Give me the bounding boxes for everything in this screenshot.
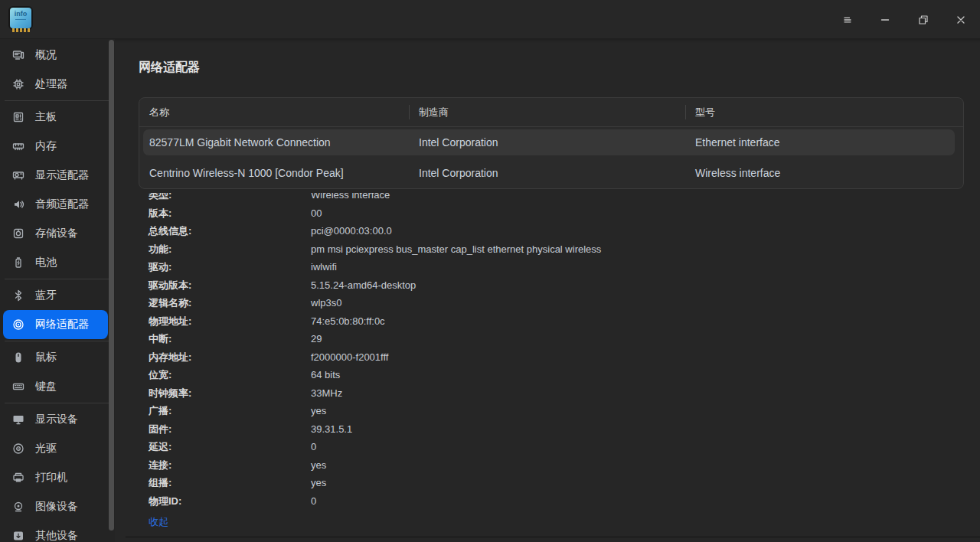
- sidebar-item-image-device[interactable]: 图像设备: [3, 492, 108, 521]
- device-table: 名称制造商型号 82577LM Gigabit Network Connecti…: [139, 97, 964, 189]
- detail-label: 连接:: [149, 456, 311, 475]
- sidebar-item-audio-adapter[interactable]: 音频适配器: [3, 190, 108, 219]
- detail-value: Wireless interface: [311, 193, 390, 204]
- detail-row: 总线信息: pci@0000:03:00.0: [139, 222, 964, 240]
- close-button[interactable]: [951, 10, 971, 30]
- sidebar-item-other-devices[interactable]: 其他设备: [3, 521, 108, 542]
- table-body: 82577LM Gigabit Network Connection Intel…: [139, 127, 963, 188]
- sidebar-item-mouse[interactable]: 鼠标: [3, 343, 108, 372]
- battery-icon: [12, 256, 24, 269]
- sidebar-item-bluetooth[interactable]: 蓝牙: [3, 281, 108, 310]
- detail-row: 中断: 29: [139, 330, 964, 348]
- sidebar-item-optical-drive[interactable]: 光驱: [3, 434, 108, 463]
- app-icon-label: info: [10, 10, 31, 18]
- detail-value: 00: [311, 204, 322, 223]
- sidebar-item-label: 其他设备: [35, 529, 78, 542]
- table-row[interactable]: 82577LM Gigabit Network Connection Intel…: [139, 127, 963, 158]
- overview-icon: [12, 49, 24, 61]
- sidebar-scrollbar[interactable]: [109, 40, 114, 531]
- sidebar-item-battery[interactable]: 电池: [3, 248, 108, 277]
- detail-row: 广播: yes: [139, 402, 964, 420]
- sidebar-item-label: 网络适配器: [35, 318, 89, 331]
- detail-label: 类型:: [149, 193, 311, 204]
- keyboard-icon: [12, 380, 24, 393]
- cpu-icon: [12, 78, 24, 90]
- sidebar-item-network-adapter[interactable]: 网络适配器: [3, 310, 108, 339]
- column-header-0[interactable]: 名称: [139, 98, 409, 126]
- storage-icon: [12, 227, 24, 240]
- detail-row: 组播: yes: [139, 474, 964, 492]
- detail-row: 逻辑名称: wlp3s0: [139, 294, 964, 312]
- detail-row: 类型: Wireless interface: [139, 193, 964, 204]
- detail-value: 64 bits: [311, 366, 340, 384]
- close-icon: [955, 14, 967, 26]
- motherboard-icon: [12, 111, 24, 123]
- network-adapter-icon: [12, 318, 24, 331]
- table-row[interactable]: Centrino Wireless-N 1000 [Condor Peak] I…: [139, 158, 963, 188]
- detail-value: 29: [311, 330, 322, 348]
- detail-row: 固件: 39.31.5.1: [139, 420, 964, 439]
- window-menu-button[interactable]: [837, 10, 857, 30]
- sidebar-item-keyboard[interactable]: 键盘: [3, 372, 108, 401]
- sidebar-item-label: 电池: [35, 256, 57, 269]
- detail-label: 固件:: [149, 420, 311, 439]
- detail-label: 版本:: [149, 204, 311, 223]
- detail-value: 0: [311, 438, 316, 456]
- detail-value: pm msi pciexpress bus_master cap_list et…: [311, 240, 601, 259]
- detail-row: 功能: pm msi pciexpress bus_master cap_lis…: [139, 240, 964, 259]
- sidebar-item-printer[interactable]: 打印机: [3, 463, 108, 492]
- optical-drive-icon: [12, 442, 24, 455]
- detail-row: 连接: yes: [139, 456, 964, 475]
- cell-model: Ethernet interface: [685, 136, 963, 149]
- collapse-link[interactable]: 收起: [149, 515, 168, 529]
- detail-value: yes: [311, 402, 326, 420]
- sidebar-item-label: 图像设备: [35, 500, 78, 514]
- detail-row: 延迟: 0: [139, 438, 964, 456]
- sidebar-item-display-device[interactable]: 显示设备: [3, 405, 108, 434]
- sidebar-item-label: 打印机: [35, 471, 67, 485]
- device-manager-window: info 概况: [0, 0, 980, 542]
- detail-value: yes: [311, 456, 326, 475]
- detail-label: 组播:: [149, 474, 311, 492]
- detail-value: 5.15.24-amd64-desktop: [311, 276, 416, 295]
- detail-label: 驱动版本:: [149, 276, 311, 295]
- sidebar-item-memory[interactable]: 内存: [3, 132, 108, 161]
- column-header-1[interactable]: 制造商: [409, 98, 685, 126]
- sidebar-item-label: 内存: [35, 139, 57, 153]
- sidebar-item-motherboard[interactable]: 主板: [3, 103, 108, 132]
- sidebar-item-cpu[interactable]: 处理器: [3, 70, 108, 99]
- sidebar-divider: [5, 403, 110, 403]
- detail-label: 广播:: [149, 402, 311, 420]
- detail-label: 中断:: [149, 330, 311, 348]
- restore-button[interactable]: [913, 10, 933, 30]
- detail-row: 物理地址: 74:e5:0b:80:ff:0c: [139, 312, 964, 331]
- detail-value: pci@0000:03:00.0: [311, 222, 392, 240]
- detail-value: yes: [311, 474, 326, 492]
- detail-value: 39.31.5.1: [311, 420, 352, 439]
- cell-manufacturer: Intel Corporation: [409, 136, 685, 149]
- minimize-button[interactable]: [875, 10, 895, 30]
- detail-label: 物理ID:: [149, 492, 311, 511]
- sidebar-item-storage[interactable]: 存储设备: [3, 219, 108, 248]
- sidebar-item-label: 键盘: [35, 380, 57, 393]
- sidebar-item-overview[interactable]: 概况: [3, 41, 108, 70]
- next-card-edge: [126, 536, 980, 538]
- display-device-icon: [12, 413, 24, 426]
- detail-label: 逻辑名称:: [149, 294, 311, 312]
- detail-label: 总线信息:: [149, 222, 311, 240]
- detail-value: f2000000-f2001fff: [311, 348, 388, 367]
- detail-value: iwlwifi: [311, 258, 337, 276]
- cell-model: Wireless interface: [685, 167, 963, 179]
- titlebar: info: [0, 0, 980, 39]
- sidebar-item-display-adapter[interactable]: 显示适配器: [3, 161, 108, 190]
- sidebar-divider: [5, 100, 110, 101]
- detail-row: 驱动版本: 5.15.24-amd64-desktop: [139, 276, 964, 295]
- details-panel: 类型: Wireless interface 版本: 00 总线信息: pci@…: [139, 193, 964, 534]
- app-icon: info: [8, 6, 33, 33]
- sidebar-item-label: 主板: [35, 110, 57, 124]
- main-content: 网络适配器 名称制造商型号 82577LM Gigabit Network Co…: [115, 38, 980, 542]
- sidebar-divider: [5, 341, 110, 341]
- detail-value: 74:e5:0b:80:ff:0c: [311, 312, 385, 331]
- column-header-2[interactable]: 型号: [685, 98, 963, 126]
- detail-row: 位宽: 64 bits: [139, 366, 964, 384]
